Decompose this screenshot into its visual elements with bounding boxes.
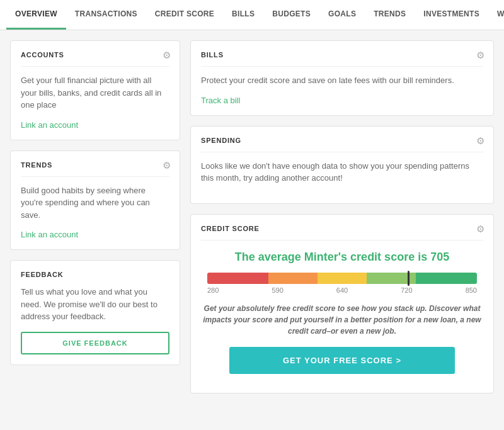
score-bar [207, 273, 477, 284]
credit-score-card: CREDIT SCORE ⚙ The average Minter's cred… [190, 214, 494, 393]
score-label-720: 720 [401, 286, 412, 294]
score-bar-wrapper [207, 273, 477, 284]
nav-item-trends[interactable]: TRENDS [365, 0, 415, 30]
score-segment-yellow [318, 273, 367, 284]
nav-item-budgets[interactable]: BUDGETS [263, 0, 319, 30]
nav-item-credit-score[interactable]: CREDIT SCORE [146, 0, 223, 30]
score-label-590: 590 [272, 286, 283, 294]
left-column: ACCOUNTS ⚙ Get your full financial pictu… [10, 40, 180, 393]
bills-card: BILLS ⚙ Protect your credit score and sa… [190, 40, 494, 116]
feedback-card: FEEDBACK Tell us what you love and what … [10, 260, 180, 365]
credit-score-headline: The average Minter's credit score is 705 [201, 251, 483, 264]
credit-desc-pre: Get your [204, 304, 238, 313]
spending-card-text: Looks like we don't have enough data to … [201, 160, 483, 184]
score-marker [408, 271, 410, 286]
feedback-card-text: Tell us what you love and what you need.… [21, 286, 169, 323]
accounts-link[interactable]: Link an account [21, 120, 78, 130]
credit-score-description: Get your absolutely free credit score to… [201, 303, 483, 337]
get-free-score-button[interactable]: GET YOUR FREE SCORE > [229, 347, 455, 374]
spending-gear-icon[interactable]: ⚙ [476, 135, 484, 147]
trends-card-title: TRENDS [21, 161, 169, 169]
bills-divider [201, 66, 483, 67]
trends-gear-icon[interactable]: ⚙ [163, 160, 171, 171]
accounts-gear-icon[interactable]: ⚙ [163, 50, 171, 61]
right-column: BILLS ⚙ Protect your credit score and sa… [190, 40, 494, 393]
nav-item-ways-to-save[interactable]: WAYS TO SAVE [488, 0, 504, 30]
nav-item-overview[interactable]: OVERVIEW [6, 0, 66, 30]
score-label-280: 280 [207, 286, 219, 294]
accounts-divider [21, 66, 169, 67]
spending-card: SPENDING ⚙ Looks like we don't have enou… [190, 126, 494, 204]
credit-score-card-title: CREDIT SCORE [201, 225, 483, 232]
credit-score-gear-icon[interactable]: ⚙ [476, 223, 484, 235]
credit-score-headline-prefix: The average Minter's credit score is [235, 251, 427, 263]
score-label-850: 850 [466, 286, 477, 294]
score-label-640: 640 [336, 286, 348, 294]
accounts-card-title: ACCOUNTS [21, 51, 169, 59]
bills-link[interactable]: Track a bill [201, 96, 240, 105]
give-feedback-button[interactable]: GIVE FEEDBACK [21, 332, 169, 354]
score-labels: 280 590 640 720 850 [207, 286, 477, 294]
bills-gear-icon[interactable]: ⚙ [476, 50, 484, 61]
nav-item-transactions[interactable]: TRANSACTIONS [66, 0, 146, 30]
trends-link[interactable]: Link an account [21, 230, 78, 239]
feedback-card-title: FEEDBACK [21, 271, 169, 278]
main-content: ACCOUNTS ⚙ Get your full financial pictu… [0, 30, 504, 404]
trends-divider [21, 176, 169, 177]
navigation: OVERVIEW TRANSACTIONS CREDIT SCORE BILLS… [0, 0, 504, 30]
nav-item-bills[interactable]: BILLS [223, 0, 263, 30]
trends-card-text: Build good habits by seeing where you're… [21, 184, 169, 222]
accounts-card-text: Get your full financial picture with all… [21, 74, 169, 111]
score-segment-red [207, 273, 268, 284]
nav-item-goals[interactable]: GOALS [319, 0, 365, 30]
credit-score-divider [201, 240, 483, 240]
credit-score-value: 705 [430, 251, 449, 263]
nav-item-investments[interactable]: INVESTMENTS [415, 0, 488, 30]
score-segment-orange [268, 273, 318, 284]
bills-card-title: BILLS [201, 51, 483, 59]
credit-desc-em: absolutely free [237, 304, 290, 313]
bills-card-text: Protect your credit score and save on la… [201, 74, 483, 87]
trends-card: TRENDS ⚙ Build good habits by seeing whe… [10, 150, 180, 251]
score-segment-green [416, 273, 477, 284]
spending-divider [201, 152, 483, 152]
accounts-card: ACCOUNTS ⚙ Get your full financial pictu… [10, 40, 180, 140]
spending-card-title: SPENDING [201, 137, 483, 144]
